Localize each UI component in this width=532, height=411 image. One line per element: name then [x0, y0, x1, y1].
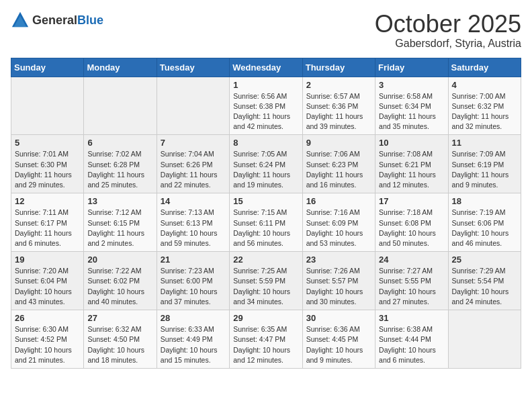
logo-icon — [11, 11, 30, 30]
calendar-cell: 18Sunrise: 7:19 AM Sunset: 6:06 PM Dayli… — [448, 193, 521, 252]
day-info: Sunrise: 6:35 AM Sunset: 4:47 PM Dayligh… — [233, 324, 298, 365]
calendar-cell: 9Sunrise: 7:06 AM Sunset: 6:23 PM Daylig… — [302, 135, 375, 193]
calendar-cell: 25Sunrise: 7:29 AM Sunset: 5:54 PM Dayli… — [448, 252, 521, 310]
day-info: Sunrise: 7:15 AM Sunset: 6:11 PM Dayligh… — [233, 208, 298, 248]
calendar-cell: 20Sunrise: 7:22 AM Sunset: 6:02 PM Dayli… — [84, 252, 157, 310]
calendar-week-row: 1Sunrise: 6:56 AM Sunset: 6:38 PM Daylig… — [11, 77, 521, 135]
calendar-cell — [11, 77, 84, 135]
day-info: Sunrise: 7:13 AM Sunset: 6:13 PM Dayligh… — [161, 208, 226, 248]
calendar-cell: 27Sunrise: 6:32 AM Sunset: 4:50 PM Dayli… — [84, 310, 157, 369]
page-header: GeneralBlue October 2025 Gabersdorf, Sty… — [11, 11, 521, 50]
logo: GeneralBlue — [11, 11, 103, 30]
day-info: Sunrise: 6:32 AM Sunset: 4:50 PM Dayligh… — [87, 324, 152, 365]
day-number: 17 — [379, 196, 444, 206]
calendar-cell: 4Sunrise: 7:00 AM Sunset: 6:32 PM Daylig… — [448, 77, 521, 135]
day-number: 31 — [379, 313, 444, 323]
day-number: 4 — [452, 80, 517, 90]
calendar-week-row: 26Sunrise: 6:30 AM Sunset: 4:52 PM Dayli… — [11, 310, 521, 369]
calendar-week-row: 12Sunrise: 7:11 AM Sunset: 6:17 PM Dayli… — [11, 193, 521, 252]
day-info: Sunrise: 7:09 AM Sunset: 6:19 PM Dayligh… — [452, 149, 517, 190]
day-info: Sunrise: 7:11 AM Sunset: 6:17 PM Dayligh… — [15, 208, 80, 248]
title-block: October 2025 Gabersdorf, Styria, Austria — [375, 11, 521, 50]
day-info: Sunrise: 7:22 AM Sunset: 6:02 PM Dayligh… — [87, 266, 152, 307]
calendar-cell: 8Sunrise: 7:05 AM Sunset: 6:24 PM Daylig… — [230, 135, 302, 193]
calendar-cell: 22Sunrise: 7:25 AM Sunset: 5:59 PM Dayli… — [230, 252, 302, 310]
day-number: 10 — [379, 138, 444, 148]
day-number: 23 — [306, 255, 371, 265]
weekday-header: Friday — [375, 58, 448, 77]
calendar-cell: 6Sunrise: 7:02 AM Sunset: 6:28 PM Daylig… — [84, 135, 157, 193]
day-number: 6 — [87, 138, 152, 148]
calendar-cell: 19Sunrise: 7:20 AM Sunset: 6:04 PM Dayli… — [11, 252, 84, 310]
day-info: Sunrise: 6:33 AM Sunset: 4:49 PM Dayligh… — [161, 324, 226, 365]
location: Gabersdorf, Styria, Austria — [375, 38, 521, 50]
day-number: 13 — [87, 196, 152, 206]
calendar-cell: 24Sunrise: 7:27 AM Sunset: 5:55 PM Dayli… — [375, 252, 448, 310]
weekday-header: Saturday — [448, 58, 521, 77]
day-number: 12 — [15, 196, 80, 206]
day-number: 8 — [233, 138, 298, 148]
day-number: 2 — [306, 80, 371, 90]
day-info: Sunrise: 7:19 AM Sunset: 6:06 PM Dayligh… — [452, 208, 517, 248]
month-title: October 2025 — [375, 11, 521, 38]
day-number: 22 — [233, 255, 298, 265]
day-number: 9 — [306, 138, 371, 148]
calendar-cell: 17Sunrise: 7:18 AM Sunset: 6:08 PM Dayli… — [375, 193, 448, 252]
calendar-week-row: 5Sunrise: 7:01 AM Sunset: 6:30 PM Daylig… — [11, 135, 521, 193]
day-info: Sunrise: 7:29 AM Sunset: 5:54 PM Dayligh… — [452, 266, 517, 307]
day-info: Sunrise: 7:08 AM Sunset: 6:21 PM Dayligh… — [379, 149, 444, 190]
weekday-header-row: SundayMondayTuesdayWednesdayThursdayFrid… — [11, 58, 521, 77]
day-number: 27 — [87, 313, 152, 323]
calendar-cell: 2Sunrise: 6:57 AM Sunset: 6:36 PM Daylig… — [302, 77, 375, 135]
calendar-cell: 1Sunrise: 6:56 AM Sunset: 6:38 PM Daylig… — [230, 77, 302, 135]
calendar-cell: 29Sunrise: 6:35 AM Sunset: 4:47 PM Dayli… — [230, 310, 302, 369]
day-info: Sunrise: 7:12 AM Sunset: 6:15 PM Dayligh… — [87, 208, 152, 248]
calendar-cell — [157, 77, 229, 135]
day-info: Sunrise: 7:18 AM Sunset: 6:08 PM Dayligh… — [379, 208, 444, 248]
weekday-header: Sunday — [11, 58, 84, 77]
calendar-cell: 28Sunrise: 6:33 AM Sunset: 4:49 PM Dayli… — [157, 310, 229, 369]
day-number: 20 — [87, 255, 152, 265]
weekday-header: Wednesday — [230, 58, 302, 77]
day-info: Sunrise: 7:20 AM Sunset: 6:04 PM Dayligh… — [15, 266, 80, 307]
day-number: 15 — [233, 196, 298, 206]
calendar-cell: 21Sunrise: 7:23 AM Sunset: 6:00 PM Dayli… — [157, 252, 229, 310]
day-info: Sunrise: 6:36 AM Sunset: 4:45 PM Dayligh… — [306, 324, 371, 365]
day-info: Sunrise: 6:58 AM Sunset: 6:34 PM Dayligh… — [379, 91, 444, 132]
calendar-cell: 7Sunrise: 7:04 AM Sunset: 6:26 PM Daylig… — [157, 135, 229, 193]
weekday-header: Monday — [84, 58, 157, 77]
calendar-cell — [84, 77, 157, 135]
calendar-cell: 3Sunrise: 6:58 AM Sunset: 6:34 PM Daylig… — [375, 77, 448, 135]
day-info: Sunrise: 7:05 AM Sunset: 6:24 PM Dayligh… — [233, 149, 298, 190]
calendar-cell: 15Sunrise: 7:15 AM Sunset: 6:11 PM Dayli… — [230, 193, 302, 252]
day-number: 5 — [15, 138, 80, 148]
logo-blue: Blue — [77, 13, 103, 27]
calendar-cell: 14Sunrise: 7:13 AM Sunset: 6:13 PM Dayli… — [157, 193, 229, 252]
day-number: 21 — [161, 255, 226, 265]
calendar-cell — [448, 310, 521, 369]
day-info: Sunrise: 7:01 AM Sunset: 6:30 PM Dayligh… — [15, 149, 80, 190]
day-info: Sunrise: 7:04 AM Sunset: 6:26 PM Dayligh… — [161, 149, 226, 190]
calendar-cell: 23Sunrise: 7:26 AM Sunset: 5:57 PM Dayli… — [302, 252, 375, 310]
day-number: 7 — [161, 138, 226, 148]
calendar-cell: 30Sunrise: 6:36 AM Sunset: 4:45 PM Dayli… — [302, 310, 375, 369]
day-info: Sunrise: 6:30 AM Sunset: 4:52 PM Dayligh… — [15, 324, 80, 365]
calendar-cell: 16Sunrise: 7:16 AM Sunset: 6:09 PM Dayli… — [302, 193, 375, 252]
day-number: 11 — [452, 138, 517, 148]
calendar-cell: 31Sunrise: 6:38 AM Sunset: 4:44 PM Dayli… — [375, 310, 448, 369]
day-info: Sunrise: 6:38 AM Sunset: 4:44 PM Dayligh… — [379, 324, 444, 365]
day-number: 29 — [233, 313, 298, 323]
logo-general: General — [32, 13, 77, 27]
day-info: Sunrise: 7:25 AM Sunset: 5:59 PM Dayligh… — [233, 266, 298, 307]
day-number: 25 — [452, 255, 517, 265]
day-number: 1 — [233, 80, 298, 90]
calendar: SundayMondayTuesdayWednesdayThursdayFrid… — [11, 58, 521, 369]
day-number: 24 — [379, 255, 444, 265]
day-info: Sunrise: 6:56 AM Sunset: 6:38 PM Dayligh… — [233, 91, 298, 132]
day-info: Sunrise: 6:57 AM Sunset: 6:36 PM Dayligh… — [306, 91, 371, 132]
day-number: 16 — [306, 196, 371, 206]
weekday-header: Tuesday — [157, 58, 229, 77]
day-number: 14 — [161, 196, 226, 206]
calendar-cell: 12Sunrise: 7:11 AM Sunset: 6:17 PM Dayli… — [11, 193, 84, 252]
day-info: Sunrise: 7:27 AM Sunset: 5:55 PM Dayligh… — [379, 266, 444, 307]
